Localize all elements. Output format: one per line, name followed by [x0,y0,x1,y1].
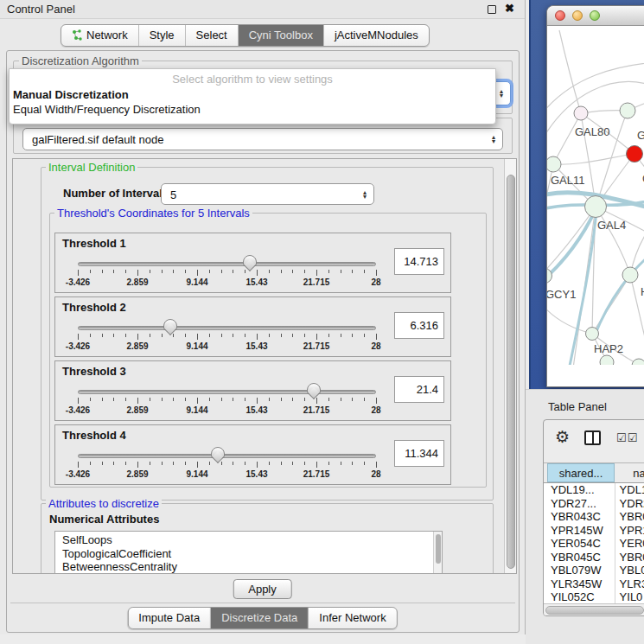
threshold-1-slider-track[interactable] [78,262,376,266]
window-float-icon[interactable] [488,5,496,14]
dropdown-prompt: Select algorithm to view settings [10,69,495,87]
threshold-1-slider-thumb[interactable] [243,255,257,266]
node[interactable] [622,267,638,283]
network-view-window: GAL80 GA GAL11 C GAL4 GCY1 H HAP2 [546,5,644,387]
tab-infer-network[interactable]: Infer Network [309,608,396,628]
zoom-traffic-light-icon[interactable] [590,10,600,21]
svg-text:HAP2: HAP2 [594,342,623,355]
network-window-titlebar [547,6,644,26]
tab-network-label: Network [86,29,128,41]
threshold-4-slider-thumb[interactable] [211,447,225,458]
table-data-combobox[interactable]: galFiltered.sif default node ▴▾ [22,128,503,150]
threshold-3-slider-thumb[interactable] [307,383,321,394]
tick-label: -3.426 [66,469,90,479]
scrollbar-thumb[interactable] [507,175,515,569]
node-selected-red[interactable] [627,146,643,163]
table-row[interactable]: YBL079WYBL0 [544,564,644,577]
list-item[interactable]: TopologicalCoefficient [55,547,442,561]
apply-button[interactable]: Apply [233,579,292,599]
table-panel-title: Table Panel [548,400,607,413]
threshold-3-slider-track[interactable] [78,390,376,394]
table-horizontal-scrollbar[interactable] [544,603,644,615]
select-columns-icon[interactable]: ☑☑ [616,431,638,444]
table-row[interactable]: YLR345WYLR3 [544,577,644,591]
numerical-attributes-label: Numerical Attributes [49,513,159,526]
node-gal11[interactable] [547,156,561,172]
threshold-1-value-field[interactable] [394,248,444,275]
attributes-group-title: Attributes to discretize [46,497,162,510]
threshold-2-slider-thumb[interactable] [163,319,177,330]
settings-vertical-scrollbar[interactable] [504,159,516,573]
minimize-traffic-light-icon[interactable] [572,10,583,21]
slider-ticks [78,398,376,405]
table-row[interactable]: YER054CYER0 [544,537,644,551]
list-item[interactable]: SelfLoops [55,533,442,547]
threshold-3-panel: Threshold 3 -3.426 2.859 9.144 15.43 21.… [54,360,451,421]
node[interactable] [632,359,644,365]
tick-label: 28 [371,405,380,415]
list-scrollbar[interactable] [433,532,442,574]
panel-divider [10,603,515,603]
node[interactable] [620,103,635,118]
column-header-shared-name[interactable]: shared... [547,463,615,482]
network-canvas[interactable]: GAL80 GA GAL11 C GAL4 GCY1 H HAP2 [547,26,644,365]
network-icon [72,29,82,41]
dropdown-option-equal-width[interactable]: Equal Width/Frequency Discretization [10,102,495,117]
table-row[interactable]: YBR043CYBR0 [544,510,644,524]
tab-cyni-toolbox[interactable]: Cyni Toolbox [239,25,324,46]
tick-label: -3.426 [66,277,90,287]
tick-label: 21.715 [303,469,330,479]
tick-label: 2.859 [126,469,148,479]
tab-impute-data[interactable]: Impute Data [128,608,211,628]
tick-label: -3.426 [66,341,90,351]
tick-label: 15.43 [245,405,267,415]
threshold-2-slider-track[interactable] [78,326,376,330]
table-row[interactable]: YBR045CYBR0 [544,551,644,564]
list-item[interactable]: BetweennessCentrality [55,560,442,574]
table-row[interactable]: YDL19...YDL1 [544,483,644,497]
control-panel-titlebar: Control Panel ✖ [0,0,525,19]
dropdown-option-manual[interactable]: Manual Discretization [10,87,495,102]
node-gal4[interactable] [585,196,607,218]
tick-label: 2.859 [126,277,148,287]
settings-scrollpane: Interval Definition Number of Intervals … [12,158,517,574]
threshold-2-panel: Threshold 2 -3.426 2.859 9.144 15.43 21.… [54,296,451,357]
tab-style[interactable]: Style [139,25,186,46]
column-header-name[interactable]: na [615,463,644,482]
tab-jactivemnodules[interactable]: jActiveMNodules [324,25,429,46]
control-panel-window: Control Panel ✖ Network Style Select Cyn… [0,0,526,634]
threshold-2-value-field[interactable] [394,312,444,339]
scrollbar-thumb[interactable] [545,606,644,615]
num-intervals-combobox[interactable]: 5 ▴▾ [161,183,374,205]
table-row[interactable]: YPR145WYPR1 [544,524,644,538]
table-toolbar: ⚙ ☑☑ [544,420,644,462]
num-intervals-value: 5 [170,188,176,201]
tick-label: 9.144 [186,277,207,287]
node-hap2[interactable] [586,328,599,341]
control-panel-title: Control Panel [7,3,75,16]
threshold-4-value-field[interactable] [394,440,444,467]
tick-label: 9.144 [186,405,207,415]
node[interactable] [600,355,614,365]
tab-select[interactable]: Select [186,25,239,46]
table-row[interactable]: YIL052CYIL0 [544,590,644,603]
control-panel-tab-bar: Network Style Select Cyni Toolbox jActiv… [61,24,430,47]
column-layout-icon[interactable] [584,430,601,445]
node-gal80[interactable] [574,106,588,120]
threshold-1-label: Threshold 1 [62,237,126,250]
threshold-4-slider-track[interactable] [78,454,376,458]
tab-network[interactable]: Network [61,25,139,46]
table-row[interactable]: YDR27...YDR2 [544,497,644,511]
close-traffic-light-icon[interactable] [555,10,565,21]
threshold-4-label: Threshold 4 [62,429,126,442]
column-divider [615,483,615,603]
tick-label: 21.715 [303,405,330,415]
threshold-3-value-field[interactable] [394,376,444,403]
tab-discretize-data[interactable]: Discretize Data [211,608,309,628]
tick-label: 15.43 [245,469,267,479]
window-close-icon[interactable]: ✖ [505,2,514,15]
slider-ticks [78,270,376,277]
network-desktop: GAL80 GA GAL11 C GAL4 GCY1 H HAP2 [529,0,644,389]
gear-icon[interactable]: ⚙ [555,427,570,447]
threshold-1-panel: Threshold 1 -3.426 2.859 9.144 15.43 21.… [54,233,451,293]
